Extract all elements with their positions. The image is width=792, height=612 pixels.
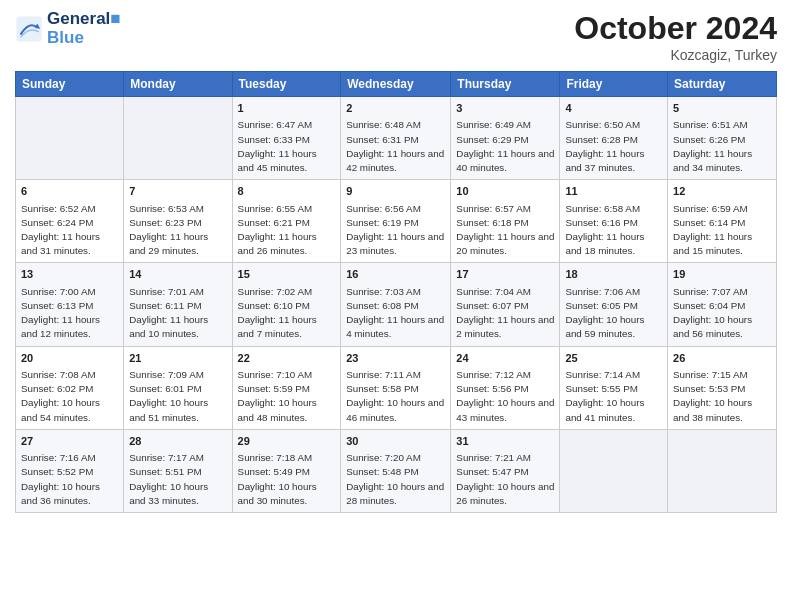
cell-content: Sunrise: 7:20 AMSunset: 5:48 PMDaylight:… — [346, 451, 445, 508]
cell-content: Sunrise: 7:14 AMSunset: 5:55 PMDaylight:… — [565, 368, 662, 425]
calendar-cell: 14Sunrise: 7:01 AMSunset: 6:11 PMDayligh… — [124, 263, 232, 346]
cell-content: Sunrise: 6:53 AMSunset: 6:23 PMDaylight:… — [129, 202, 226, 259]
cell-content: Sunrise: 6:55 AMSunset: 6:21 PMDaylight:… — [238, 202, 336, 259]
calendar-cell: 24Sunrise: 7:12 AMSunset: 5:56 PMDayligh… — [451, 346, 560, 429]
page-container: General■ Blue October 2024 Kozcagiz, Tur… — [0, 0, 792, 612]
logo-icon — [15, 15, 43, 43]
calendar-cell: 18Sunrise: 7:06 AMSunset: 6:05 PMDayligh… — [560, 263, 668, 346]
calendar-cell: 25Sunrise: 7:14 AMSunset: 5:55 PMDayligh… — [560, 346, 668, 429]
calendar-cell: 13Sunrise: 7:00 AMSunset: 6:13 PMDayligh… — [16, 263, 124, 346]
col-friday: Friday — [560, 72, 668, 97]
calendar-cell: 29Sunrise: 7:18 AMSunset: 5:49 PMDayligh… — [232, 429, 341, 512]
calendar-cell: 3Sunrise: 6:49 AMSunset: 6:29 PMDaylight… — [451, 97, 560, 180]
calendar-cell: 5Sunrise: 6:51 AMSunset: 6:26 PMDaylight… — [668, 97, 777, 180]
day-number: 15 — [238, 267, 336, 282]
calendar-cell: 26Sunrise: 7:15 AMSunset: 5:53 PMDayligh… — [668, 346, 777, 429]
calendar-row-2: 13Sunrise: 7:00 AMSunset: 6:13 PMDayligh… — [16, 263, 777, 346]
month-title: October 2024 — [574, 10, 777, 47]
calendar-cell: 22Sunrise: 7:10 AMSunset: 5:59 PMDayligh… — [232, 346, 341, 429]
cell-content: Sunrise: 7:18 AMSunset: 5:49 PMDaylight:… — [238, 451, 336, 508]
calendar-cell: 28Sunrise: 7:17 AMSunset: 5:51 PMDayligh… — [124, 429, 232, 512]
cell-content: Sunrise: 6:58 AMSunset: 6:16 PMDaylight:… — [565, 202, 662, 259]
day-number: 14 — [129, 267, 226, 282]
calendar-cell: 17Sunrise: 7:04 AMSunset: 6:07 PMDayligh… — [451, 263, 560, 346]
cell-content: Sunrise: 7:01 AMSunset: 6:11 PMDaylight:… — [129, 285, 226, 342]
col-saturday: Saturday — [668, 72, 777, 97]
calendar-cell: 7Sunrise: 6:53 AMSunset: 6:23 PMDaylight… — [124, 180, 232, 263]
day-number: 10 — [456, 184, 554, 199]
col-thursday: Thursday — [451, 72, 560, 97]
cell-content: Sunrise: 7:15 AMSunset: 5:53 PMDaylight:… — [673, 368, 771, 425]
cell-content: Sunrise: 7:07 AMSunset: 6:04 PMDaylight:… — [673, 285, 771, 342]
cell-content: Sunrise: 6:48 AMSunset: 6:31 PMDaylight:… — [346, 118, 445, 175]
cell-content: Sunrise: 7:12 AMSunset: 5:56 PMDaylight:… — [456, 368, 554, 425]
day-number: 3 — [456, 101, 554, 116]
cell-content: Sunrise: 7:21 AMSunset: 5:47 PMDaylight:… — [456, 451, 554, 508]
day-number: 5 — [673, 101, 771, 116]
calendar-cell — [560, 429, 668, 512]
calendar-cell: 27Sunrise: 7:16 AMSunset: 5:52 PMDayligh… — [16, 429, 124, 512]
day-number: 26 — [673, 351, 771, 366]
day-number: 8 — [238, 184, 336, 199]
cell-content: Sunrise: 6:59 AMSunset: 6:14 PMDaylight:… — [673, 202, 771, 259]
logo-text: General■ Blue — [47, 10, 121, 47]
calendar-cell: 8Sunrise: 6:55 AMSunset: 6:21 PMDaylight… — [232, 180, 341, 263]
day-number: 12 — [673, 184, 771, 199]
calendar-cell: 19Sunrise: 7:07 AMSunset: 6:04 PMDayligh… — [668, 263, 777, 346]
cell-content: Sunrise: 7:16 AMSunset: 5:52 PMDaylight:… — [21, 451, 118, 508]
day-number: 21 — [129, 351, 226, 366]
calendar-cell: 11Sunrise: 6:58 AMSunset: 6:16 PMDayligh… — [560, 180, 668, 263]
calendar-row-1: 6Sunrise: 6:52 AMSunset: 6:24 PMDaylight… — [16, 180, 777, 263]
cell-content: Sunrise: 6:47 AMSunset: 6:33 PMDaylight:… — [238, 118, 336, 175]
cell-content: Sunrise: 6:51 AMSunset: 6:26 PMDaylight:… — [673, 118, 771, 175]
cell-content: Sunrise: 6:50 AMSunset: 6:28 PMDaylight:… — [565, 118, 662, 175]
col-tuesday: Tuesday — [232, 72, 341, 97]
location-subtitle: Kozcagiz, Turkey — [574, 47, 777, 63]
day-number: 30 — [346, 434, 445, 449]
day-number: 4 — [565, 101, 662, 116]
calendar-cell: 23Sunrise: 7:11 AMSunset: 5:58 PMDayligh… — [341, 346, 451, 429]
day-number: 22 — [238, 351, 336, 366]
svg-rect-0 — [16, 16, 41, 41]
day-number: 19 — [673, 267, 771, 282]
day-number: 24 — [456, 351, 554, 366]
calendar-cell: 20Sunrise: 7:08 AMSunset: 6:02 PMDayligh… — [16, 346, 124, 429]
day-number: 17 — [456, 267, 554, 282]
calendar-cell: 4Sunrise: 6:50 AMSunset: 6:28 PMDaylight… — [560, 97, 668, 180]
day-number: 7 — [129, 184, 226, 199]
col-sunday: Sunday — [16, 72, 124, 97]
cell-content: Sunrise: 7:02 AMSunset: 6:10 PMDaylight:… — [238, 285, 336, 342]
day-number: 16 — [346, 267, 445, 282]
day-number: 2 — [346, 101, 445, 116]
logo: General■ Blue — [15, 10, 121, 47]
cell-content: Sunrise: 6:52 AMSunset: 6:24 PMDaylight:… — [21, 202, 118, 259]
col-monday: Monday — [124, 72, 232, 97]
calendar-cell: 2Sunrise: 6:48 AMSunset: 6:31 PMDaylight… — [341, 97, 451, 180]
cell-content: Sunrise: 7:11 AMSunset: 5:58 PMDaylight:… — [346, 368, 445, 425]
calendar-cell — [124, 97, 232, 180]
cell-content: Sunrise: 7:10 AMSunset: 5:59 PMDaylight:… — [238, 368, 336, 425]
calendar-cell: 21Sunrise: 7:09 AMSunset: 6:01 PMDayligh… — [124, 346, 232, 429]
cell-content: Sunrise: 7:00 AMSunset: 6:13 PMDaylight:… — [21, 285, 118, 342]
day-number: 23 — [346, 351, 445, 366]
calendar-cell: 30Sunrise: 7:20 AMSunset: 5:48 PMDayligh… — [341, 429, 451, 512]
day-number: 29 — [238, 434, 336, 449]
day-number: 1 — [238, 101, 336, 116]
cell-content: Sunrise: 7:09 AMSunset: 6:01 PMDaylight:… — [129, 368, 226, 425]
calendar-row-0: 1Sunrise: 6:47 AMSunset: 6:33 PMDaylight… — [16, 97, 777, 180]
day-number: 20 — [21, 351, 118, 366]
day-number: 6 — [21, 184, 118, 199]
day-number: 9 — [346, 184, 445, 199]
title-block: October 2024 Kozcagiz, Turkey — [574, 10, 777, 63]
calendar-cell: 6Sunrise: 6:52 AMSunset: 6:24 PMDaylight… — [16, 180, 124, 263]
calendar-header-row: Sunday Monday Tuesday Wednesday Thursday… — [16, 72, 777, 97]
calendar-cell: 15Sunrise: 7:02 AMSunset: 6:10 PMDayligh… — [232, 263, 341, 346]
col-wednesday: Wednesday — [341, 72, 451, 97]
cell-content: Sunrise: 7:06 AMSunset: 6:05 PMDaylight:… — [565, 285, 662, 342]
day-number: 28 — [129, 434, 226, 449]
cell-content: Sunrise: 7:17 AMSunset: 5:51 PMDaylight:… — [129, 451, 226, 508]
calendar-cell — [668, 429, 777, 512]
cell-content: Sunrise: 7:03 AMSunset: 6:08 PMDaylight:… — [346, 285, 445, 342]
day-number: 13 — [21, 267, 118, 282]
day-number: 11 — [565, 184, 662, 199]
